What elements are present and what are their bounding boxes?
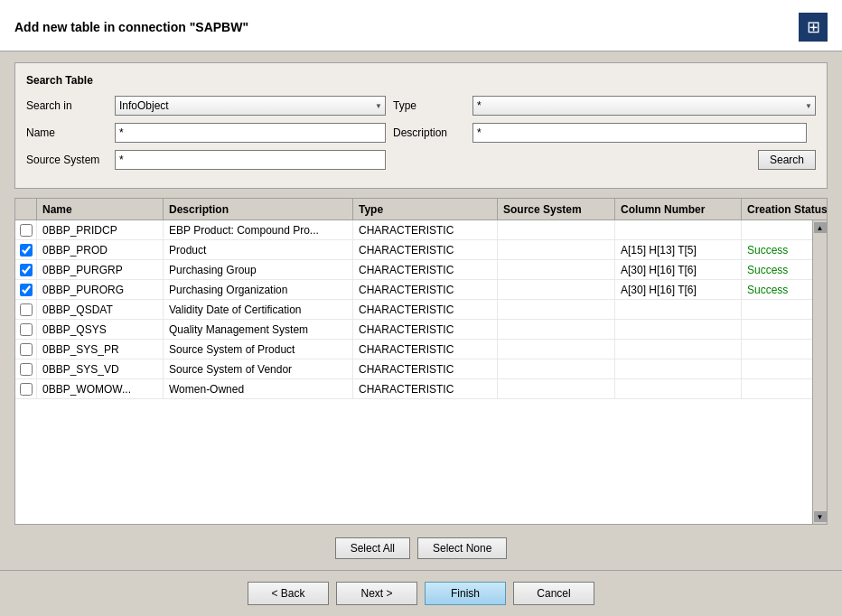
- col-type: Type: [353, 199, 498, 219]
- row-status-0: [742, 220, 812, 239]
- row-name-1: 0BBP_PROD: [37, 240, 164, 259]
- row-checkbox-3[interactable]: [15, 280, 37, 299]
- row-src-0: [498, 220, 615, 239]
- row-col-1: A[15] H[13] T[5]: [615, 240, 742, 259]
- checkbox-3[interactable]: [20, 284, 33, 296]
- row-name-0: 0BBP_PRIDCP: [37, 220, 164, 239]
- main-content: Search Table Search in InfoObject Type *…: [0, 51, 842, 570]
- col-creation-status: Creation Status: [742, 199, 828, 219]
- row-desc-8: Women-Owned: [164, 379, 353, 398]
- panel-title: Search Table: [26, 74, 816, 87]
- table-row: 0BBP_PRIDCP EBP Product: Compound Pro...…: [15, 220, 812, 240]
- col-column-number: Column Number: [615, 199, 742, 219]
- row-type-8: CHARACTERISTIC: [353, 379, 498, 398]
- dialog-title: Add new table in connection "SAPBW": [14, 20, 248, 34]
- table-row: 0BBP_QSYS Quality Management System CHAR…: [15, 320, 812, 340]
- table-row: 0BBP_SYS_PR Source System of Product CHA…: [15, 340, 812, 359]
- row-type-1: CHARACTERISTIC: [353, 240, 498, 259]
- row-col-7: [615, 359, 742, 378]
- checkbox-7[interactable]: [20, 363, 33, 376]
- select-none-button[interactable]: Select None: [417, 537, 507, 559]
- checkbox-4[interactable]: [20, 303, 33, 316]
- row-src-5: [498, 320, 615, 339]
- row-desc-3: Purchasing Organization: [164, 280, 353, 299]
- col-source-system: Source System: [498, 199, 615, 219]
- row-col-5: [615, 320, 742, 339]
- row-col-3: A[30] H[16] T[6]: [615, 280, 742, 299]
- row-col-4: [615, 300, 742, 319]
- search-in-select[interactable]: InfoObject: [115, 96, 386, 116]
- wizard-footer: < Back Next > Finish Cancel: [0, 570, 842, 616]
- checkbox-5[interactable]: [20, 323, 33, 336]
- row-src-3: [498, 280, 615, 299]
- row-src-1: [498, 240, 615, 259]
- col-description: Description: [164, 199, 353, 219]
- row-checkbox-6[interactable]: [15, 340, 37, 359]
- row-src-7: [498, 359, 615, 378]
- checkbox-1[interactable]: [20, 244, 33, 257]
- row-checkbox-0[interactable]: [15, 220, 37, 239]
- checkbox-2[interactable]: [20, 264, 33, 276]
- row-col-8: [615, 379, 742, 398]
- row-status-5: [742, 320, 812, 339]
- row-status-2: Success: [742, 260, 812, 279]
- row-status-3: Success: [742, 280, 812, 299]
- table-row: 0BBP_QSDAT Validity Date of Certificatio…: [15, 300, 812, 320]
- row-status-6: [742, 340, 812, 359]
- table-row: 0BBP_SYS_VD Source System of Vendor CHAR…: [15, 359, 812, 379]
- checkbox-6[interactable]: [20, 343, 33, 356]
- cancel-button[interactable]: Cancel: [513, 582, 594, 605]
- row-desc-2: Purchasing Group: [164, 260, 353, 279]
- row-status-7: [742, 359, 812, 378]
- name-row: Name Description: [26, 123, 816, 143]
- row-checkbox-2[interactable]: [15, 260, 37, 279]
- row-checkbox-5[interactable]: [15, 320, 37, 339]
- back-button[interactable]: < Back: [248, 582, 329, 605]
- row-name-2: 0BBP_PURGRP: [37, 260, 164, 279]
- row-name-5: 0BBP_QSYS: [37, 320, 164, 339]
- checkbox-0[interactable]: [20, 224, 33, 237]
- finish-button[interactable]: Finish: [425, 582, 506, 605]
- col-checkbox: [15, 199, 37, 219]
- name-input[interactable]: [115, 123, 386, 143]
- row-src-8: [498, 379, 615, 398]
- row-name-7: 0BBP_SYS_VD: [37, 359, 164, 378]
- checkbox-8[interactable]: [20, 383, 33, 396]
- row-checkbox-8[interactable]: [15, 379, 37, 398]
- search-button[interactable]: Search: [758, 150, 816, 170]
- type-label: Type: [393, 99, 465, 112]
- row-type-7: CHARACTERISTIC: [353, 359, 498, 378]
- row-name-6: 0BBP_SYS_PR: [37, 340, 164, 359]
- title-bar: Add new table in connection "SAPBW" ⊞: [0, 0, 842, 51]
- row-col-6: [615, 340, 742, 359]
- scrollbar[interactable]: ▲ ▼: [812, 220, 827, 524]
- selection-buttons: Select All Select None: [14, 537, 828, 559]
- select-all-button[interactable]: Select All: [335, 537, 410, 559]
- row-src-4: [498, 300, 615, 319]
- window-icon: ⊞: [799, 13, 828, 42]
- row-type-4: CHARACTERISTIC: [353, 300, 498, 319]
- row-checkbox-1[interactable]: [15, 240, 37, 259]
- row-name-4: 0BBP_QSDAT: [37, 300, 164, 319]
- row-type-3: CHARACTERISTIC: [353, 280, 498, 299]
- description-input[interactable]: [472, 123, 807, 143]
- search-in-label: Search in: [26, 99, 108, 112]
- row-src-2: [498, 260, 615, 279]
- row-type-2: CHARACTERISTIC: [353, 260, 498, 279]
- row-type-6: CHARACTERISTIC: [353, 340, 498, 359]
- table-row: 0BBP_PURGRP Purchasing Group CHARACTERIS…: [15, 260, 812, 280]
- description-label: Description: [393, 126, 465, 139]
- row-desc-1: Product: [164, 240, 353, 259]
- row-col-0: [615, 220, 742, 239]
- next-button[interactable]: Next >: [336, 582, 417, 605]
- row-checkbox-7[interactable]: [15, 359, 37, 378]
- row-checkbox-4[interactable]: [15, 300, 37, 319]
- row-type-0: CHARACTERISTIC: [353, 220, 498, 239]
- type-select[interactable]: *: [472, 96, 816, 116]
- source-system-input[interactable]: [115, 150, 386, 170]
- type-wrapper: *: [472, 96, 816, 116]
- search-in-wrapper: InfoObject: [115, 96, 386, 116]
- row-desc-0: EBP Product: Compound Pro...: [164, 220, 353, 239]
- row-status-1: Success: [742, 240, 812, 259]
- table-body: 0BBP_PRIDCP EBP Product: Compound Pro...…: [15, 220, 812, 524]
